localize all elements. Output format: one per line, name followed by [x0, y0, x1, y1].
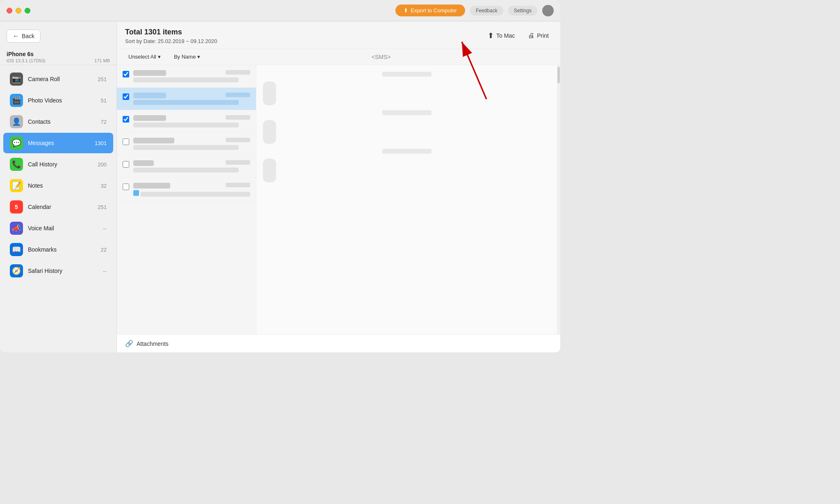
chat-bubble [263, 120, 276, 144]
minimize-button[interactable] [16, 8, 21, 14]
contact-name [133, 115, 166, 121]
call-history-icon: 📞 [10, 158, 23, 171]
calendar-icon: 5 [10, 200, 23, 213]
device-name: iPhone 6s [7, 51, 110, 57]
voicemail-icon: 📣 [10, 222, 23, 235]
safari-count: -- [103, 268, 107, 274]
scrollbar-thumb [557, 67, 560, 83]
chat-bubble [263, 82, 276, 105]
main-header: Total 1301 items Sort by Date: 25.02.201… [117, 21, 560, 49]
message-checkbox[interactable] [123, 184, 129, 190]
maximize-button[interactable] [25, 8, 30, 14]
contact-name [133, 183, 170, 188]
sidebar-item-bookmarks[interactable]: 📖 Bookmarks 22 [3, 239, 113, 260]
chat-bubble [263, 159, 276, 182]
message-date [226, 183, 250, 187]
safari-label: Safari History [28, 268, 98, 274]
list-item[interactable] [117, 155, 256, 178]
settings-label: Settings [514, 8, 532, 14]
print-button[interactable]: 🖨 Print [525, 30, 552, 41]
sidebar-item-contacts[interactable]: 👤 Contacts 72 [3, 111, 113, 132]
right-scrollbar[interactable] [557, 65, 560, 334]
message-date [226, 115, 250, 120]
photo-videos-icon: 🎬 [10, 94, 23, 107]
message-body [133, 93, 250, 105]
feedback-pill[interactable]: Feedback [470, 6, 503, 16]
call-history-label: Call History [28, 161, 93, 168]
call-history-count: 200 [98, 161, 107, 168]
contact-name [133, 138, 174, 143]
sidebar-item-camera-roll[interactable]: 📷 Camera Roll 251 [3, 69, 113, 89]
contacts-count: 72 [101, 119, 107, 125]
message-checkbox[interactable] [123, 116, 129, 123]
notes-count: 32 [101, 183, 107, 189]
device-section: iPhone 6s iOS 13.3.1 (17D50) 171 MB [0, 48, 116, 65]
calendar-count: 251 [98, 204, 107, 210]
message-list[interactable] [117, 65, 256, 334]
message-preview [133, 77, 239, 82]
upload-icon: ⬆ [404, 7, 408, 14]
unselect-all-button[interactable]: Unselect All ▾ [125, 52, 164, 61]
sort-chevron-icon: ▾ [197, 54, 200, 60]
message-checkbox[interactable] [123, 138, 129, 145]
feedback-label: Feedback [476, 8, 498, 14]
back-button[interactable]: ← Back [7, 30, 41, 43]
by-name-button[interactable]: By Name ▾ [171, 52, 203, 61]
message-preview [141, 192, 250, 197]
print-icon: 🖨 [528, 32, 534, 39]
camera-roll-icon: 📷 [10, 73, 23, 86]
chat-timestamp [382, 72, 431, 77]
main-window: ⬆ Export to Computer Feedback Settings ←… [0, 0, 560, 352]
date-to: 09.12.2020 [190, 38, 217, 44]
message-checkbox[interactable] [123, 71, 129, 77]
list-item[interactable] [117, 110, 256, 133]
sidebar-item-safari-history[interactable]: 🧭 Safari History -- [3, 261, 113, 281]
close-button[interactable] [7, 8, 12, 14]
chevron-down-icon: ▾ [158, 54, 161, 60]
to-mac-button[interactable]: ⬆ To Mac [484, 30, 518, 42]
safari-icon: 🧭 [10, 264, 23, 277]
calendar-label: Calendar [28, 204, 93, 210]
sms-label: <SMS> [210, 54, 552, 60]
device-info: iOS 13.3.1 (17D50) 171 MB [7, 58, 110, 63]
contact-name [133, 70, 166, 76]
photo-videos-label: Photo Videos [28, 97, 96, 104]
sidebar-item-photo-videos[interactable]: 🎬 Photo Videos 51 [3, 90, 113, 111]
message-checkbox[interactable] [123, 93, 129, 100]
settings-pill[interactable]: Settings [508, 6, 537, 16]
voicemail-count: -- [103, 225, 107, 232]
contact-name [133, 93, 166, 98]
date-from: 25.02.2019 [158, 38, 185, 44]
titlebar-right: ⬆ Export to Computer Feedback Settings [395, 5, 554, 16]
to-mac-icon: ⬆ [488, 31, 494, 40]
sidebar-item-messages[interactable]: 💬 Messages 1301 [3, 133, 113, 153]
back-arrow-icon: ← [13, 32, 19, 40]
list-item[interactable] [117, 178, 256, 202]
sidebar-item-voice-mail[interactable]: 📣 Voice Mail -- [3, 218, 113, 238]
message-date [226, 93, 250, 97]
date-separator: ~ [186, 38, 189, 44]
toolbar: Unselect All ▾ By Name ▾ <SMS> [117, 49, 560, 65]
photo-videos-count: 51 [101, 98, 107, 104]
message-body [133, 183, 250, 197]
camera-roll-count: 251 [98, 76, 107, 82]
export-button[interactable]: ⬆ Export to Computer [395, 5, 465, 16]
messages-icon: 💬 [10, 136, 23, 150]
list-item[interactable] [117, 65, 256, 88]
attachments-label: Attachments [137, 341, 169, 347]
list-item[interactable] [117, 88, 256, 110]
message-date [226, 70, 250, 75]
traffic-lights [7, 8, 30, 14]
notes-label: Notes [28, 182, 96, 189]
message-checkbox[interactable] [123, 161, 129, 168]
main-content [117, 65, 560, 334]
message-date [226, 160, 250, 165]
titlebar: ⬆ Export to Computer Feedback Settings [0, 0, 560, 21]
user-avatar[interactable] [542, 5, 554, 16]
message-date [226, 138, 250, 142]
main-panel: Total 1301 items Sort by Date: 25.02.201… [117, 21, 560, 352]
sidebar-item-notes[interactable]: 📝 Notes 32 [3, 175, 113, 196]
list-item[interactable] [117, 133, 256, 155]
sidebar-item-calendar[interactable]: 5 Calendar 251 [3, 197, 113, 217]
sidebar-item-call-history[interactable]: 📞 Call History 200 [3, 154, 113, 175]
